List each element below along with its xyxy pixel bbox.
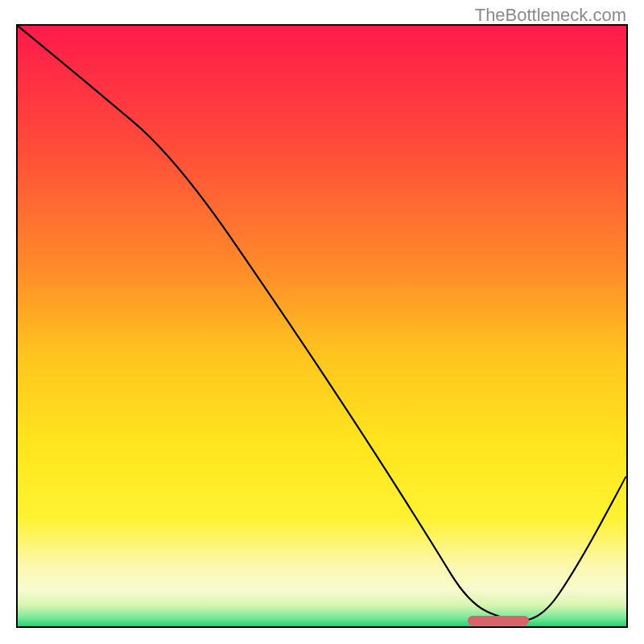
chart-container: TheBottleneck.com [0,0,644,644]
optimal-marker [468,616,529,625]
watermark-text: TheBottleneck.com [475,5,626,26]
curve-line [18,26,626,626]
plot-area [16,24,628,628]
